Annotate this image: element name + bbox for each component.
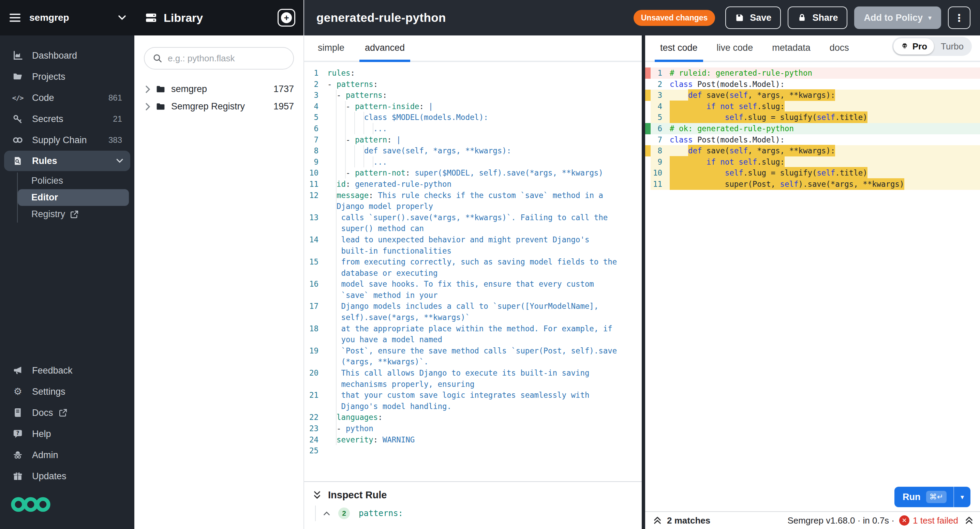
- rule-editor-code[interactable]: 1rules:2- patterns:3- patterns:4- patter…: [304, 62, 642, 481]
- editor-code-line[interactable]: 1rules:: [304, 67, 642, 79]
- sidebar-item-updates[interactable]: Updates: [0, 465, 134, 487]
- share-button[interactable]: Share: [788, 6, 847, 29]
- test-code-line[interactable]: 8 def save(self, *args, **kwargs):: [645, 145, 980, 156]
- more-options-button[interactable]: ⋮: [948, 6, 970, 29]
- editor-code-line[interactable]: 21that your custom save logic integrates…: [304, 389, 642, 412]
- collapse-matches-icon[interactable]: [653, 516, 662, 524]
- sidebar-item-label: Dashboard: [32, 51, 77, 61]
- chevron-right-icon[interactable]: [145, 103, 151, 111]
- test-code-line[interactable]: 9 if not self.slug:: [645, 156, 980, 168]
- pane-divider[interactable]: [642, 35, 645, 529]
- library-search[interactable]: [144, 47, 294, 70]
- collapse-panel-icon[interactable]: [965, 516, 973, 524]
- test-code-line[interactable]: 10 self.slug = slugify(self.title): [645, 167, 980, 179]
- turbo-toggle-option[interactable]: Turbo: [934, 41, 970, 52]
- code-token: .title): [835, 111, 867, 123]
- test-code-line[interactable]: 11 super(Post, self).save(*args, **kwarg…: [645, 179, 980, 190]
- sidebar-item-docs[interactable]: Docs: [0, 402, 134, 423]
- line-number: 3: [304, 90, 327, 101]
- editor-code-line[interactable]: 17Django models includes a call to `supe…: [304, 301, 642, 323]
- tab-simple[interactable]: simple: [312, 43, 350, 61]
- sidebar-item-registry[interactable]: Registry: [18, 206, 129, 222]
- org-switcher[interactable]: semgrep: [0, 0, 134, 35]
- new-rule-button[interactable]: +: [278, 9, 295, 27]
- hamburger-menu-icon[interactable]: [10, 14, 21, 22]
- editor-code-line[interactable]: 14lead to unexpected behavior and might …: [304, 234, 642, 256]
- chevron-right-icon[interactable]: [145, 85, 151, 94]
- test-code-line[interactable]: 5 self.slug = slugify(self.title): [645, 112, 980, 123]
- line-number: 7: [304, 134, 327, 146]
- editor-code-line[interactable]: 10- pattern-not: super($MODEL, self).sav…: [304, 167, 642, 179]
- editor-code-line[interactable]: 20This call allows Django to execute its…: [304, 367, 642, 389]
- sidebar-item-rules[interactable]: Rules: [4, 151, 130, 171]
- double-chevron-down-icon[interactable]: [313, 491, 321, 500]
- save-button[interactable]: Save: [725, 6, 781, 29]
- editor-code-line[interactable]: 24severity: WARNING: [304, 434, 642, 445]
- test-code-line[interactable]: 6# ok: generated-rule-python: [645, 123, 980, 134]
- tab-test-code[interactable]: test code: [655, 43, 703, 61]
- tab-metadata[interactable]: metadata: [767, 43, 816, 61]
- sidebar-item-code[interactable]: </> Code 861: [0, 87, 134, 108]
- chevron-up-icon[interactable]: [323, 511, 330, 516]
- editor-code-line[interactable]: 3- patterns:: [304, 90, 642, 101]
- search-input[interactable]: [168, 53, 286, 64]
- tree-row-semgrep-registry[interactable]: Semgrep Registry 1957: [134, 98, 304, 115]
- chevron-down-icon[interactable]: [116, 159, 123, 163]
- chevron-down-icon[interactable]: [118, 15, 126, 21]
- semgrep-logo[interactable]: [11, 496, 134, 515]
- semgrep-editor-app: semgrep Dashboard Projects </> Code 861 …: [0, 0, 980, 529]
- editor-code-line[interactable]: 13calls `super().save(*args, **kwargs)`.…: [304, 212, 642, 234]
- code-token: self: [738, 156, 757, 168]
- editor-code-line[interactable]: 16model save hooks. To fix this, ensure …: [304, 278, 642, 301]
- pro-toggle-option[interactable]: Pro: [893, 38, 934, 54]
- run-dropdown-caret[interactable]: ▾: [954, 493, 970, 501]
- code-token: pattern-not: [355, 168, 406, 177]
- sidebar-item-label: Supply Chain: [32, 135, 87, 146]
- tab-docs[interactable]: docs: [824, 43, 854, 61]
- sidebar-item-help[interactable]: ? Help: [0, 423, 134, 445]
- sidebar-item-settings[interactable]: ⚙ Settings: [0, 381, 134, 402]
- editor-code-line[interactable]: 22languages:: [304, 412, 642, 423]
- editor-code-line[interactable]: 6...: [304, 123, 642, 134]
- tree-row-semgrep[interactable]: semgrep 1737: [134, 81, 304, 98]
- editor-code-line[interactable]: 9...: [304, 156, 642, 168]
- sidebar-item-feedback[interactable]: Feedback: [0, 360, 134, 381]
- test-code-line[interactable]: 2class Post(models.Model):: [645, 79, 980, 90]
- run-button[interactable]: Run ⌘↵ ▾: [894, 487, 970, 507]
- editor-code-line[interactable]: 8def save(self, *args, **kwargs):: [304, 145, 642, 156]
- test-code-line[interactable]: 1# ruleid: generated-rule-python: [645, 67, 980, 79]
- sidebar-item-secrets[interactable]: Secrets 21: [0, 108, 134, 130]
- test-code-editor[interactable]: 1# ruleid: generated-rule-python2class P…: [645, 62, 980, 483]
- sidebar-item-projects[interactable]: Projects: [0, 66, 134, 87]
- kebab-icon: ⋮: [954, 12, 964, 24]
- editor-code-line[interactable]: 19`Post`, ensure the save method calls `…: [304, 345, 642, 367]
- editor-code-line[interactable]: 2- patterns:: [304, 79, 642, 90]
- sidebar-item-dashboard[interactable]: Dashboard: [0, 45, 134, 66]
- editor-code-line[interactable]: 18at the appropriate place within the me…: [304, 323, 642, 345]
- tab-advanced[interactable]: advanced: [360, 43, 410, 61]
- test-code-line[interactable]: 7class Post(models.Model):: [645, 134, 980, 146]
- line-number: 17: [304, 301, 327, 323]
- editor-code-line[interactable]: 12message: This rule checks if the custo…: [304, 190, 642, 212]
- editor-code-line[interactable]: 4- pattern-inside: |: [304, 101, 642, 112]
- editor-code-line[interactable]: 25: [304, 445, 642, 456]
- sidebar-item-admin[interactable]: Admin: [0, 445, 134, 465]
- sidebar-item-editor[interactable]: Editor: [18, 189, 129, 206]
- tab-live-code[interactable]: live code: [711, 43, 759, 61]
- editor-code-line[interactable]: 7- pattern: |: [304, 134, 642, 146]
- sidebar-item-label: Settings: [32, 386, 65, 397]
- sidebar-item-policies[interactable]: Policies: [18, 173, 129, 189]
- test-code-line[interactable]: 3 def save(self, *args, **kwargs):: [645, 90, 980, 101]
- inspect-rule-header[interactable]: Inspect Rule: [313, 489, 631, 501]
- editor-code-line[interactable]: 23- python: [304, 423, 642, 434]
- code-token: :: [387, 135, 391, 144]
- sidebar-item-supply-chain[interactable]: Supply Chain 383: [0, 130, 134, 151]
- yellow-match-marker: [645, 90, 651, 101]
- code-token: message: [337, 191, 369, 200]
- editor-code-line[interactable]: 11id: generated-rule-python: [304, 179, 642, 190]
- megaphone-icon: [12, 365, 23, 376]
- add-to-policy-button[interactable]: Add to Policy ▾: [854, 6, 941, 29]
- editor-code-line[interactable]: 5class $MODEL(models.Model):: [304, 112, 642, 123]
- test-code-line[interactable]: 4 if not self.slug:: [645, 101, 980, 112]
- editor-code-line[interactable]: 15from executing correctly, such as savi…: [304, 256, 642, 278]
